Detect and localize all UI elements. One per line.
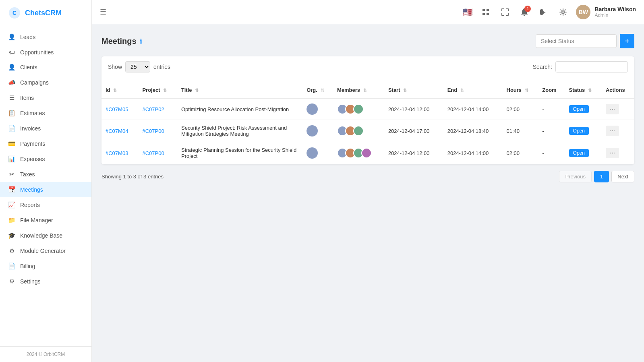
user-profile[interactable]: BW Barbara Wilson Admin: [576, 5, 636, 19]
pagination-row: Showing 1 to 3 of 3 entries Previous 1 N…: [101, 171, 634, 182]
cell-hours: 02:00: [503, 142, 538, 164]
sidebar-item-clients[interactable]: 👤Clients: [0, 60, 91, 75]
status-badge: Open: [569, 127, 589, 135]
flag-icon: 🇺🇸: [463, 7, 473, 17]
select-status-input[interactable]: [536, 34, 617, 48]
svg-rect-5: [487, 13, 489, 15]
meeting-id-link[interactable]: #C07M05: [106, 106, 128, 112]
sidebar-label-items: Items: [20, 95, 34, 101]
svg-point-6: [524, 15, 525, 16]
cell-title: Security Shield Project: Risk Assessment…: [177, 120, 302, 142]
settings-icon: ⚙: [8, 278, 15, 285]
sidebar-item-payments[interactable]: 💳Payments: [0, 136, 91, 151]
header-actions: +: [536, 34, 634, 48]
sidebar-item-taxes[interactable]: ✂Taxes: [0, 167, 91, 182]
meeting-id-link[interactable]: #C07M03: [106, 150, 128, 156]
previous-button[interactable]: Previous: [559, 171, 592, 182]
user-name: Barbara Wilson: [594, 6, 636, 12]
col-hours[interactable]: Hours ⇅: [503, 82, 538, 98]
cell-project: #C07P02: [138, 98, 177, 120]
col-zoom: Zoom: [538, 82, 565, 98]
status-badge: Open: [569, 105, 589, 113]
cell-hours: 01:40: [503, 120, 538, 142]
add-meeting-button[interactable]: +: [620, 34, 634, 48]
hamburger-icon[interactable]: ☰: [100, 8, 106, 17]
sidebar-item-file-manager[interactable]: 📁File Manager: [0, 213, 91, 228]
sidebar-item-expenses[interactable]: 📊Expenses: [0, 151, 91, 167]
org-avatar: [306, 103, 318, 115]
member-avatar: [353, 104, 364, 114]
sidebar-label-leads: Leads: [20, 34, 35, 40]
sidebar-label-payments: Payments: [20, 141, 45, 147]
table-body: #C07M05 #C07P02 Optimizing Resource Allo…: [101, 98, 634, 164]
sort-title-icon: ⇅: [195, 88, 199, 93]
project-link[interactable]: #C07P00: [142, 128, 164, 134]
svg-point-7: [562, 11, 564, 13]
cell-members: [333, 98, 384, 120]
col-title[interactable]: Title ⇅: [177, 82, 302, 98]
header-right: 🇺🇸: [463, 5, 636, 19]
svg-rect-4: [482, 13, 485, 15]
sidebar-item-items[interactable]: ☰Items: [0, 90, 91, 105]
meeting-id-link[interactable]: #C07M04: [106, 128, 128, 134]
actions-button[interactable]: ···: [606, 104, 619, 114]
page-1-button[interactable]: 1: [594, 171, 609, 182]
settings-icon[interactable]: [557, 6, 569, 19]
sidebar-item-invoices[interactable]: 📄Invoices: [0, 121, 91, 136]
payments-icon: 💳: [8, 140, 15, 147]
info-icon[interactable]: ℹ: [140, 37, 142, 45]
sidebar-item-campaigns[interactable]: 📣Campaigns: [0, 75, 91, 90]
sidebar-nav: 👤Leads🏷Opportunities👤Clients📣Campaigns☰I…: [0, 26, 91, 346]
table-row: #C07M04 #C07P00 Security Shield Project:…: [101, 120, 634, 142]
logo-icon: C: [8, 6, 21, 19]
sidebar-item-reports[interactable]: 📈Reports: [0, 197, 91, 213]
entries-info: Showing 1 to 3 of 3 entries: [101, 174, 164, 180]
sort-id-icon: ⇅: [113, 88, 117, 93]
actions-button[interactable]: ···: [606, 126, 619, 136]
sidebar-item-knowledge-base[interactable]: 🎓Knowledge Base: [0, 228, 91, 243]
entries-select[interactable]: 25 10 50 100: [125, 61, 150, 72]
logo[interactable]: C ChetsCRM: [0, 0, 91, 26]
cell-project: #C07P00: [138, 142, 177, 164]
sidebar-label-meetings: Meetings: [20, 186, 43, 193]
project-link[interactable]: #C07P00: [142, 150, 164, 156]
next-button[interactable]: Next: [611, 171, 634, 182]
sidebar-item-opportunities[interactable]: 🏷Opportunities: [0, 45, 91, 60]
sidebar-label-knowledge-base: Knowledge Base: [20, 232, 62, 239]
search-label: Search:: [533, 64, 552, 70]
meetings-icon: 📅: [8, 186, 15, 193]
svg-rect-3: [487, 9, 489, 11]
col-members[interactable]: Members ⇅: [333, 82, 384, 98]
col-status[interactable]: Status ⇅: [565, 82, 602, 98]
actions-button[interactable]: ···: [606, 148, 619, 158]
sidebar-label-taxes: Taxes: [20, 171, 35, 178]
module-generator-icon: ⚙: [8, 247, 15, 254]
logo-text: ChetsCRM: [25, 9, 62, 17]
col-project[interactable]: Project ⇅: [138, 82, 177, 98]
project-link[interactable]: #C07P02: [142, 106, 164, 112]
col-org[interactable]: Org. ⇅: [302, 82, 333, 98]
dark-mode-icon[interactable]: [537, 6, 550, 19]
search-input[interactable]: [555, 61, 628, 72]
notification-icon[interactable]: 1: [518, 6, 531, 19]
cell-end: 2024-12-04 18:40: [443, 120, 503, 142]
member-avatars: [337, 148, 380, 158]
page-header: Meetings ℹ +: [101, 34, 634, 48]
table-row: #C07M05 #C07P02 Optimizing Resource Allo…: [101, 98, 634, 120]
sidebar-item-module-generator[interactable]: ⚙Module Generator: [0, 243, 91, 259]
sidebar-item-meetings[interactable]: 📅Meetings: [0, 182, 91, 197]
taxes-icon: ✂: [8, 171, 15, 178]
fullscreen-icon[interactable]: [499, 6, 511, 19]
col-start[interactable]: Start ⇅: [384, 82, 443, 98]
sidebar-item-settings[interactable]: ⚙Settings: [0, 274, 91, 289]
cell-status: Open: [565, 142, 602, 164]
sidebar-item-estimates[interactable]: 📋Estimates: [0, 105, 91, 121]
col-id[interactable]: Id ⇅: [101, 82, 138, 98]
col-end[interactable]: End ⇅: [443, 82, 503, 98]
sort-org-icon: ⇅: [321, 88, 324, 93]
sidebar-item-leads[interactable]: 👤Leads: [0, 29, 91, 45]
sidebar-item-billing[interactable]: 📄Billing: [0, 259, 91, 274]
cell-actions: ···: [602, 98, 634, 120]
grid-icon[interactable]: [479, 6, 492, 19]
table-head: Id ⇅ Project ⇅ Title ⇅ Org. ⇅ Members ⇅ …: [101, 82, 634, 98]
